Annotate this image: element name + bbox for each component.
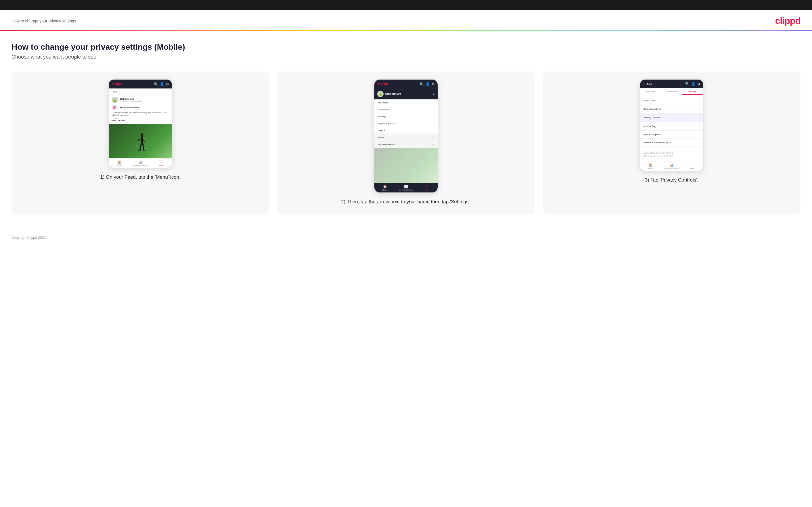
phone2-bottom-nav: 🏠 Home 📊 My Performance ✕ ✕ xyxy=(374,183,438,192)
phone1-icons: 🔍 👤 ⚙ xyxy=(154,82,169,86)
phone1-bottom-nav: 🏠 Home 📊 My Performance ☰ Menu xyxy=(109,158,172,168)
phone3-nav-menu[interactable]: ☰ Menu xyxy=(682,163,703,169)
back-icon: < xyxy=(643,83,644,85)
setting-my-golf-bag[interactable]: My Golf Bag › xyxy=(640,122,703,131)
phone2-topbar: clippd 🔍 👤 ⚙ xyxy=(374,79,438,89)
menu-item-logout[interactable]: Logout xyxy=(374,127,438,134)
svg-line-5 xyxy=(140,143,142,150)
phone1-post: ⛳ Blair McHarg Yesterday · Sunningdale 🎯… xyxy=(109,95,172,124)
performance-chevron-icon: ∨ xyxy=(432,143,434,146)
connections-label: Connections xyxy=(378,108,391,111)
phone3-home-icon: 🏠 xyxy=(649,163,653,167)
setting-data-integrations[interactable]: Data Integrations › xyxy=(640,105,703,113)
home-icon: 🏠 xyxy=(117,160,121,164)
section-home[interactable]: Home ∨ xyxy=(374,134,438,141)
settings-label: Settings xyxy=(378,115,386,118)
phone2-nav-performance: 📊 My Performance xyxy=(395,185,416,191)
phone1-lesson-title: Lesson with Fordy xyxy=(118,106,139,109)
phone1-duration-label: Duration xyxy=(111,117,169,119)
menu-item-help[interactable]: Help & Support ↗ xyxy=(374,120,438,127)
phone2-nav-close[interactable]: ✕ ✕ xyxy=(417,185,438,191)
phone3-version-info: Clippd Client Version: 2022.8.3-3 SQL Se… xyxy=(640,148,703,161)
step-3-card: < < Back 🔍 👤 ⚙ My Profile Connect xyxy=(543,71,801,214)
phone2-menu-list: My Profile Connections Settings Help & S… xyxy=(374,99,438,134)
phone2-user-name: Blair McHarg xyxy=(385,93,401,95)
page-title: How to change your privacy settings (Mob… xyxy=(11,43,801,52)
svg-point-7 xyxy=(138,150,141,151)
step-2-caption: 2) Then, tap the arrow next to your name… xyxy=(341,198,471,206)
user-icon: 👤 xyxy=(160,82,164,86)
help-label: Help & Support ↗ xyxy=(378,122,396,125)
golf-bag-chevron-icon: › xyxy=(699,125,700,128)
phone1-nav-home: 🏠 Home xyxy=(109,160,130,167)
golf-player-svg xyxy=(136,132,147,155)
phone3-nav-performance[interactable]: 📊 My Performance xyxy=(661,163,682,169)
menu-item-settings[interactable]: Settings xyxy=(374,113,438,120)
phone2-home-icon: 🏠 xyxy=(383,185,387,188)
phone2-avatar: ⛳ xyxy=(377,91,384,97)
service-privacy-label: Service & Privacy Policy ↗ xyxy=(644,141,671,144)
svg-line-4 xyxy=(136,141,138,147)
logout-label: Logout xyxy=(378,129,385,131)
phone3-tabs: My Profile Connections Settings xyxy=(640,88,703,95)
my-performance-label: My Performance xyxy=(378,143,395,146)
phone2-close-icon: ✕ xyxy=(426,185,428,188)
menu-item-my-profile[interactable]: My Profile xyxy=(374,99,438,106)
phone2-icons: 🔍 👤 ⚙ xyxy=(419,82,435,86)
phone2-user-icon: 👤 xyxy=(425,82,430,86)
performance-icon: 📊 xyxy=(138,160,142,164)
tab-connections[interactable]: Connections xyxy=(661,88,682,95)
phone3-menu-icon: ☰ xyxy=(691,163,694,167)
menu-item-connections[interactable]: Connections xyxy=(374,106,438,113)
setting-help-support[interactable]: Help & Support ↗ xyxy=(640,131,703,139)
phone3-nav-home[interactable]: 🏠 Home xyxy=(640,163,661,169)
phone1-lesson-row: 🎯 Lesson with Fordy xyxy=(111,105,169,110)
logo: clippd xyxy=(775,15,801,26)
phone3-back-button[interactable]: < < Back xyxy=(643,83,652,85)
setting-privacy-controls[interactable]: Privacy Controls › xyxy=(640,113,703,122)
phone3-search-icon: 🔍 xyxy=(685,82,690,86)
footer: Copyright Clippd 2022 xyxy=(0,231,812,244)
breadcrumb: How to change your privacy settings xyxy=(11,19,76,23)
phone-2-mockup: clippd 🔍 👤 ⚙ ⛳ Blair McHarg ∧ xyxy=(374,79,438,192)
phone2-performance-icon: 📊 xyxy=(404,185,408,188)
phone3-user-icon: 👤 xyxy=(691,82,696,86)
step-3-caption: 3) Tap 'Privacy Controls'. xyxy=(645,176,699,184)
section-home-label: Home xyxy=(378,136,384,139)
top-bar xyxy=(0,0,812,10)
tab-settings[interactable]: Settings xyxy=(682,88,703,95)
phone2-chevron-up: ∧ xyxy=(433,93,435,96)
setting-my-account[interactable]: My Account › xyxy=(640,96,703,105)
phone2-user-left: ⛳ Blair McHarg xyxy=(377,91,401,97)
phone1-image xyxy=(109,124,172,158)
header: How to change your privacy settings clip… xyxy=(0,10,812,30)
page-subtitle: Choose what you want people to see xyxy=(11,54,801,60)
phone2-logo: clippd xyxy=(377,82,388,86)
svg-point-0 xyxy=(141,133,144,136)
tab-my-profile[interactable]: My Profile xyxy=(640,88,661,95)
phone3-bottom-nav: 🏠 Home 📊 My Performance ☰ Menu xyxy=(640,161,703,171)
copyright-text: Copyright Clippd 2022 xyxy=(11,235,46,239)
help-support-label: Help & Support ↗ xyxy=(644,133,662,136)
phone1-nav-performance: 📊 My Performance xyxy=(130,160,151,167)
data-integrations-chevron-icon: › xyxy=(699,107,700,111)
phone3-settings-list: My Account › Data Integrations › Privacy… xyxy=(640,95,703,148)
settings-icon: ⚙ xyxy=(166,82,169,86)
setting-service-privacy[interactable]: Service & Privacy Policy ↗ xyxy=(640,139,703,147)
phone3-settings-icon: ⚙ xyxy=(697,82,701,86)
phone-1-mockup: clippd 🔍 👤 ⚙ Feed ⛳ Blair McHarg xyxy=(109,79,172,168)
phone2-user-row: ⛳ Blair McHarg ∧ xyxy=(374,89,438,99)
phone2-bg-image xyxy=(374,148,438,183)
phone1-description: Looking to feel like my hands are exitin… xyxy=(111,111,169,116)
step-2-card: clippd 🔍 👤 ⚙ ⛳ Blair McHarg ∧ xyxy=(277,71,535,214)
my-profile-label: My Profile xyxy=(378,101,388,104)
phone2-menu-section: Home ∨ My Performance ∨ xyxy=(374,134,438,148)
phone1-nav-menu[interactable]: ☰ Menu xyxy=(151,160,172,167)
section-my-performance[interactable]: My Performance ∨ xyxy=(374,141,438,148)
search-icon: 🔍 xyxy=(154,82,158,86)
phone3-performance-icon: 📊 xyxy=(670,163,674,167)
phone1-avatar: ⛳ xyxy=(111,97,118,103)
step-1-card: clippd 🔍 👤 ⚙ Feed ⛳ Blair McHarg xyxy=(11,71,269,214)
phone1-avatar-row: ⛳ Blair McHarg Yesterday · Sunningdale xyxy=(111,97,169,103)
main-content: How to change your privacy settings (Mob… xyxy=(0,31,812,231)
